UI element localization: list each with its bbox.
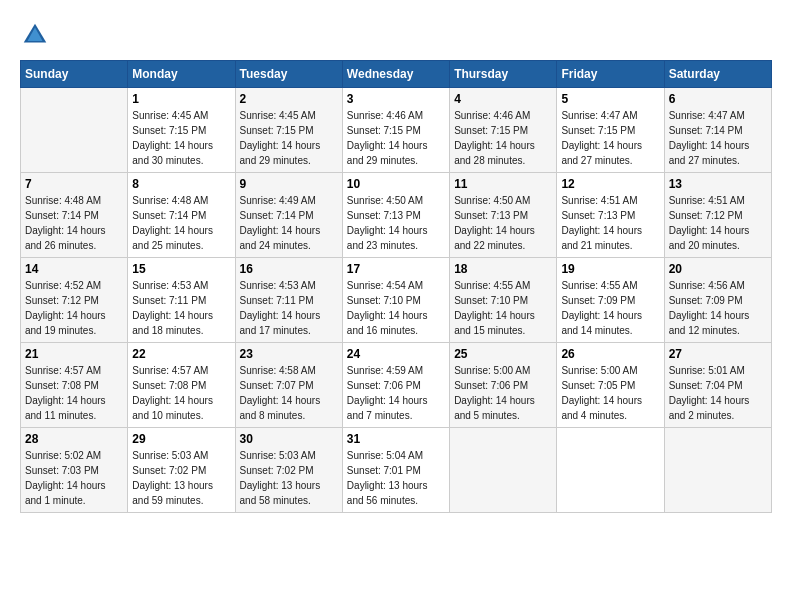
calendar-cell: 2Sunrise: 4:45 AM Sunset: 7:15 PM Daylig…	[235, 88, 342, 173]
calendar-cell: 27Sunrise: 5:01 AM Sunset: 7:04 PM Dayli…	[664, 343, 771, 428]
day-info: Sunrise: 4:48 AM Sunset: 7:14 PM Dayligh…	[132, 193, 230, 253]
calendar-cell: 11Sunrise: 4:50 AM Sunset: 7:13 PM Dayli…	[450, 173, 557, 258]
day-number: 19	[561, 262, 659, 276]
day-info: Sunrise: 4:49 AM Sunset: 7:14 PM Dayligh…	[240, 193, 338, 253]
day-info: Sunrise: 4:51 AM Sunset: 7:12 PM Dayligh…	[669, 193, 767, 253]
day-number: 15	[132, 262, 230, 276]
day-number: 24	[347, 347, 445, 361]
day-info: Sunrise: 4:45 AM Sunset: 7:15 PM Dayligh…	[132, 108, 230, 168]
calendar-cell: 23Sunrise: 4:58 AM Sunset: 7:07 PM Dayli…	[235, 343, 342, 428]
day-info: Sunrise: 5:00 AM Sunset: 7:06 PM Dayligh…	[454, 363, 552, 423]
calendar-cell: 7Sunrise: 4:48 AM Sunset: 7:14 PM Daylig…	[21, 173, 128, 258]
header-day-monday: Monday	[128, 61, 235, 88]
calendar-cell: 4Sunrise: 4:46 AM Sunset: 7:15 PM Daylig…	[450, 88, 557, 173]
day-number: 16	[240, 262, 338, 276]
calendar-header-row: SundayMondayTuesdayWednesdayThursdayFrid…	[21, 61, 772, 88]
calendar-cell: 25Sunrise: 5:00 AM Sunset: 7:06 PM Dayli…	[450, 343, 557, 428]
calendar-cell: 31Sunrise: 5:04 AM Sunset: 7:01 PM Dayli…	[342, 428, 449, 513]
day-number: 18	[454, 262, 552, 276]
calendar-cell	[664, 428, 771, 513]
calendar-cell: 15Sunrise: 4:53 AM Sunset: 7:11 PM Dayli…	[128, 258, 235, 343]
day-info: Sunrise: 5:02 AM Sunset: 7:03 PM Dayligh…	[25, 448, 123, 508]
day-info: Sunrise: 4:46 AM Sunset: 7:15 PM Dayligh…	[347, 108, 445, 168]
calendar-cell: 18Sunrise: 4:55 AM Sunset: 7:10 PM Dayli…	[450, 258, 557, 343]
calendar-cell: 5Sunrise: 4:47 AM Sunset: 7:15 PM Daylig…	[557, 88, 664, 173]
calendar-cell: 13Sunrise: 4:51 AM Sunset: 7:12 PM Dayli…	[664, 173, 771, 258]
day-number: 27	[669, 347, 767, 361]
calendar-week-5: 28Sunrise: 5:02 AM Sunset: 7:03 PM Dayli…	[21, 428, 772, 513]
calendar-cell: 3Sunrise: 4:46 AM Sunset: 7:15 PM Daylig…	[342, 88, 449, 173]
calendar-cell: 19Sunrise: 4:55 AM Sunset: 7:09 PM Dayli…	[557, 258, 664, 343]
calendar-week-3: 14Sunrise: 4:52 AM Sunset: 7:12 PM Dayli…	[21, 258, 772, 343]
day-info: Sunrise: 4:50 AM Sunset: 7:13 PM Dayligh…	[347, 193, 445, 253]
day-number: 9	[240, 177, 338, 191]
calendar-cell: 30Sunrise: 5:03 AM Sunset: 7:02 PM Dayli…	[235, 428, 342, 513]
day-number: 28	[25, 432, 123, 446]
day-info: Sunrise: 4:57 AM Sunset: 7:08 PM Dayligh…	[25, 363, 123, 423]
calendar-cell	[557, 428, 664, 513]
day-info: Sunrise: 4:45 AM Sunset: 7:15 PM Dayligh…	[240, 108, 338, 168]
day-info: Sunrise: 4:52 AM Sunset: 7:12 PM Dayligh…	[25, 278, 123, 338]
calendar-cell	[450, 428, 557, 513]
calendar-cell: 20Sunrise: 4:56 AM Sunset: 7:09 PM Dayli…	[664, 258, 771, 343]
day-number: 17	[347, 262, 445, 276]
calendar-cell: 10Sunrise: 4:50 AM Sunset: 7:13 PM Dayli…	[342, 173, 449, 258]
day-number: 11	[454, 177, 552, 191]
day-info: Sunrise: 4:51 AM Sunset: 7:13 PM Dayligh…	[561, 193, 659, 253]
calendar-cell: 28Sunrise: 5:02 AM Sunset: 7:03 PM Dayli…	[21, 428, 128, 513]
header-day-thursday: Thursday	[450, 61, 557, 88]
day-number: 31	[347, 432, 445, 446]
calendar-week-2: 7Sunrise: 4:48 AM Sunset: 7:14 PM Daylig…	[21, 173, 772, 258]
page-header	[20, 20, 772, 50]
calendar-cell: 8Sunrise: 4:48 AM Sunset: 7:14 PM Daylig…	[128, 173, 235, 258]
calendar-cell: 1Sunrise: 4:45 AM Sunset: 7:15 PM Daylig…	[128, 88, 235, 173]
header-day-friday: Friday	[557, 61, 664, 88]
logo-icon	[20, 20, 50, 50]
calendar-body: 1Sunrise: 4:45 AM Sunset: 7:15 PM Daylig…	[21, 88, 772, 513]
day-info: Sunrise: 4:57 AM Sunset: 7:08 PM Dayligh…	[132, 363, 230, 423]
day-number: 20	[669, 262, 767, 276]
header-day-wednesday: Wednesday	[342, 61, 449, 88]
calendar-cell	[21, 88, 128, 173]
day-info: Sunrise: 5:03 AM Sunset: 7:02 PM Dayligh…	[132, 448, 230, 508]
calendar-cell: 29Sunrise: 5:03 AM Sunset: 7:02 PM Dayli…	[128, 428, 235, 513]
day-number: 26	[561, 347, 659, 361]
calendar-week-4: 21Sunrise: 4:57 AM Sunset: 7:08 PM Dayli…	[21, 343, 772, 428]
day-number: 21	[25, 347, 123, 361]
day-info: Sunrise: 4:56 AM Sunset: 7:09 PM Dayligh…	[669, 278, 767, 338]
calendar-cell: 16Sunrise: 4:53 AM Sunset: 7:11 PM Dayli…	[235, 258, 342, 343]
day-info: Sunrise: 4:47 AM Sunset: 7:15 PM Dayligh…	[561, 108, 659, 168]
day-info: Sunrise: 4:54 AM Sunset: 7:10 PM Dayligh…	[347, 278, 445, 338]
calendar-cell: 26Sunrise: 5:00 AM Sunset: 7:05 PM Dayli…	[557, 343, 664, 428]
day-info: Sunrise: 4:53 AM Sunset: 7:11 PM Dayligh…	[240, 278, 338, 338]
day-number: 13	[669, 177, 767, 191]
calendar-cell: 22Sunrise: 4:57 AM Sunset: 7:08 PM Dayli…	[128, 343, 235, 428]
day-info: Sunrise: 4:55 AM Sunset: 7:10 PM Dayligh…	[454, 278, 552, 338]
logo	[20, 20, 54, 50]
day-info: Sunrise: 4:48 AM Sunset: 7:14 PM Dayligh…	[25, 193, 123, 253]
calendar-cell: 14Sunrise: 4:52 AM Sunset: 7:12 PM Dayli…	[21, 258, 128, 343]
calendar-week-1: 1Sunrise: 4:45 AM Sunset: 7:15 PM Daylig…	[21, 88, 772, 173]
day-number: 23	[240, 347, 338, 361]
day-info: Sunrise: 4:50 AM Sunset: 7:13 PM Dayligh…	[454, 193, 552, 253]
calendar-cell: 6Sunrise: 4:47 AM Sunset: 7:14 PM Daylig…	[664, 88, 771, 173]
day-number: 22	[132, 347, 230, 361]
calendar-cell: 24Sunrise: 4:59 AM Sunset: 7:06 PM Dayli…	[342, 343, 449, 428]
day-number: 2	[240, 92, 338, 106]
day-number: 14	[25, 262, 123, 276]
calendar-cell: 17Sunrise: 4:54 AM Sunset: 7:10 PM Dayli…	[342, 258, 449, 343]
day-info: Sunrise: 4:53 AM Sunset: 7:11 PM Dayligh…	[132, 278, 230, 338]
header-day-tuesday: Tuesday	[235, 61, 342, 88]
day-number: 7	[25, 177, 123, 191]
day-number: 1	[132, 92, 230, 106]
day-number: 6	[669, 92, 767, 106]
day-number: 30	[240, 432, 338, 446]
day-number: 3	[347, 92, 445, 106]
day-number: 8	[132, 177, 230, 191]
day-info: Sunrise: 4:58 AM Sunset: 7:07 PM Dayligh…	[240, 363, 338, 423]
header-day-saturday: Saturday	[664, 61, 771, 88]
calendar-cell: 9Sunrise: 4:49 AM Sunset: 7:14 PM Daylig…	[235, 173, 342, 258]
calendar-cell: 21Sunrise: 4:57 AM Sunset: 7:08 PM Dayli…	[21, 343, 128, 428]
calendar-cell: 12Sunrise: 4:51 AM Sunset: 7:13 PM Dayli…	[557, 173, 664, 258]
calendar-table: SundayMondayTuesdayWednesdayThursdayFrid…	[20, 60, 772, 513]
